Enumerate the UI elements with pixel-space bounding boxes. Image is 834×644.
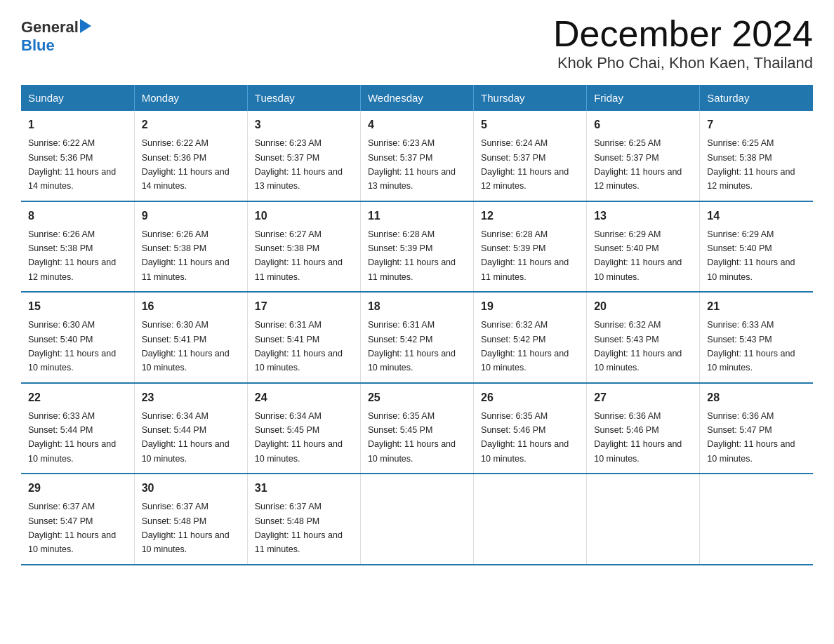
day-info: Sunrise: 6:22 AMSunset: 5:36 PMDaylight:… xyxy=(28,138,116,191)
calendar-day-cell: 21 Sunrise: 6:33 AMSunset: 5:43 PMDaylig… xyxy=(700,292,813,383)
weekday-header-friday: Friday xyxy=(587,85,700,111)
weekday-header-wednesday: Wednesday xyxy=(360,85,473,111)
calendar-subtitle: Khok Pho Chai, Khon Kaen, Thailand xyxy=(553,54,813,72)
day-info: Sunrise: 6:23 AMSunset: 5:37 PMDaylight:… xyxy=(368,138,456,191)
calendar-day-cell: 12 Sunrise: 6:28 AMSunset: 5:39 PMDaylig… xyxy=(474,201,587,293)
day-info: Sunrise: 6:34 AMSunset: 5:45 PMDaylight:… xyxy=(255,411,343,464)
day-number: 12 xyxy=(481,208,579,224)
day-info: Sunrise: 6:33 AMSunset: 5:43 PMDaylight:… xyxy=(707,320,795,373)
calendar-day-cell: 30 Sunrise: 6:37 AMSunset: 5:48 PMDaylig… xyxy=(134,474,247,565)
weekday-header-saturday: Saturday xyxy=(700,85,813,111)
day-number: 27 xyxy=(594,389,692,406)
day-info: Sunrise: 6:36 AMSunset: 5:46 PMDaylight:… xyxy=(594,411,682,464)
day-number: 17 xyxy=(255,298,353,315)
weekday-header-thursday: Thursday xyxy=(474,85,587,111)
day-number: 6 xyxy=(594,116,692,133)
day-number: 22 xyxy=(28,389,127,406)
day-number: 31 xyxy=(255,480,353,497)
calendar-day-cell: 6 Sunrise: 6:25 AMSunset: 5:37 PMDayligh… xyxy=(587,111,700,201)
day-info: Sunrise: 6:22 AMSunset: 5:36 PMDaylight:… xyxy=(142,138,230,191)
calendar-day-cell: 25 Sunrise: 6:35 AMSunset: 5:45 PMDaylig… xyxy=(360,383,473,474)
calendar-day-cell: 4 Sunrise: 6:23 AMSunset: 5:37 PMDayligh… xyxy=(360,111,473,201)
calendar-day-cell: 22 Sunrise: 6:33 AMSunset: 5:44 PMDaylig… xyxy=(21,383,134,474)
day-info: Sunrise: 6:25 AMSunset: 5:37 PMDaylight:… xyxy=(594,138,682,191)
day-info: Sunrise: 6:37 AMSunset: 5:48 PMDaylight:… xyxy=(142,502,230,554)
day-number: 19 xyxy=(481,298,579,315)
day-number: 14 xyxy=(707,208,806,224)
day-info: Sunrise: 6:27 AMSunset: 5:38 PMDaylight:… xyxy=(255,229,343,282)
calendar-week-row: 1 Sunrise: 6:22 AMSunset: 5:36 PMDayligh… xyxy=(21,111,813,201)
day-number: 9 xyxy=(142,208,240,224)
day-number: 4 xyxy=(368,116,466,133)
day-number: 3 xyxy=(255,116,353,133)
calendar-week-row: 22 Sunrise: 6:33 AMSunset: 5:44 PMDaylig… xyxy=(21,383,813,474)
calendar-day-cell: 20 Sunrise: 6:32 AMSunset: 5:43 PMDaylig… xyxy=(587,292,700,383)
logo: General Blue xyxy=(21,14,91,55)
day-info: Sunrise: 6:32 AMSunset: 5:42 PMDaylight:… xyxy=(481,320,569,373)
calendar-table: SundayMondayTuesdayWednesdayThursdayFrid… xyxy=(21,85,813,565)
page-header: General Blue December 2024 Khok Pho Chai… xyxy=(21,14,813,72)
day-number: 11 xyxy=(368,208,466,224)
calendar-day-cell: 13 Sunrise: 6:29 AMSunset: 5:40 PMDaylig… xyxy=(587,201,700,293)
calendar-day-cell: 3 Sunrise: 6:23 AMSunset: 5:37 PMDayligh… xyxy=(247,111,360,201)
calendar-day-cell: 11 Sunrise: 6:28 AMSunset: 5:39 PMDaylig… xyxy=(360,201,473,293)
day-info: Sunrise: 6:28 AMSunset: 5:39 PMDaylight:… xyxy=(481,229,569,282)
day-number: 30 xyxy=(142,480,240,497)
day-number: 28 xyxy=(707,389,806,406)
day-number: 26 xyxy=(481,389,579,406)
calendar-day-cell: 18 Sunrise: 6:31 AMSunset: 5:42 PMDaylig… xyxy=(360,292,473,383)
logo-arrow-icon xyxy=(80,19,91,33)
day-info: Sunrise: 6:35 AMSunset: 5:45 PMDaylight:… xyxy=(368,411,456,464)
calendar-day-cell: 26 Sunrise: 6:35 AMSunset: 5:46 PMDaylig… xyxy=(474,383,587,474)
weekday-header-tuesday: Tuesday xyxy=(247,85,360,111)
day-number: 29 xyxy=(28,480,127,497)
logo-blue-text: Blue xyxy=(21,36,55,55)
day-number: 24 xyxy=(255,389,353,406)
day-number: 25 xyxy=(368,389,466,406)
day-number: 8 xyxy=(28,208,127,224)
calendar-day-cell: 31 Sunrise: 6:37 AMSunset: 5:48 PMDaylig… xyxy=(247,474,360,565)
calendar-header: SundayMondayTuesdayWednesdayThursdayFrid… xyxy=(21,85,813,111)
calendar-day-cell: 7 Sunrise: 6:25 AMSunset: 5:38 PMDayligh… xyxy=(700,111,813,201)
day-number: 13 xyxy=(594,208,692,224)
day-info: Sunrise: 6:37 AMSunset: 5:47 PMDaylight:… xyxy=(28,502,116,554)
day-info: Sunrise: 6:32 AMSunset: 5:43 PMDaylight:… xyxy=(594,320,682,373)
calendar-day-cell: 17 Sunrise: 6:31 AMSunset: 5:41 PMDaylig… xyxy=(247,292,360,383)
day-info: Sunrise: 6:34 AMSunset: 5:44 PMDaylight:… xyxy=(142,411,230,464)
calendar-week-row: 8 Sunrise: 6:26 AMSunset: 5:38 PMDayligh… xyxy=(21,201,813,293)
calendar-day-cell: 15 Sunrise: 6:30 AMSunset: 5:40 PMDaylig… xyxy=(21,292,134,383)
calendar-week-row: 15 Sunrise: 6:30 AMSunset: 5:40 PMDaylig… xyxy=(21,292,813,383)
calendar-day-cell: 23 Sunrise: 6:34 AMSunset: 5:44 PMDaylig… xyxy=(134,383,247,474)
calendar-day-cell: 19 Sunrise: 6:32 AMSunset: 5:42 PMDaylig… xyxy=(474,292,587,383)
day-info: Sunrise: 6:31 AMSunset: 5:42 PMDaylight:… xyxy=(368,320,456,373)
day-info: Sunrise: 6:26 AMSunset: 5:38 PMDaylight:… xyxy=(28,229,116,282)
day-info: Sunrise: 6:33 AMSunset: 5:44 PMDaylight:… xyxy=(28,411,116,464)
calendar-day-cell: 24 Sunrise: 6:34 AMSunset: 5:45 PMDaylig… xyxy=(247,383,360,474)
calendar-day-cell: 14 Sunrise: 6:29 AMSunset: 5:40 PMDaylig… xyxy=(700,201,813,293)
day-info: Sunrise: 6:30 AMSunset: 5:41 PMDaylight:… xyxy=(142,320,230,373)
day-info: Sunrise: 6:23 AMSunset: 5:37 PMDaylight:… xyxy=(255,138,343,191)
calendar-day-cell: 29 Sunrise: 6:37 AMSunset: 5:47 PMDaylig… xyxy=(21,474,134,565)
calendar-day-cell: 16 Sunrise: 6:30 AMSunset: 5:41 PMDaylig… xyxy=(134,292,247,383)
day-number: 10 xyxy=(255,208,353,224)
calendar-body: 1 Sunrise: 6:22 AMSunset: 5:36 PMDayligh… xyxy=(21,111,813,565)
calendar-day-cell: 27 Sunrise: 6:36 AMSunset: 5:46 PMDaylig… xyxy=(587,383,700,474)
day-number: 15 xyxy=(28,298,127,315)
day-number: 1 xyxy=(28,116,127,133)
day-info: Sunrise: 6:26 AMSunset: 5:38 PMDaylight:… xyxy=(142,229,230,282)
title-block: December 2024 Khok Pho Chai, Khon Kaen, … xyxy=(553,14,813,72)
calendar-day-cell xyxy=(360,474,473,565)
day-number: 21 xyxy=(707,298,806,315)
day-info: Sunrise: 6:28 AMSunset: 5:39 PMDaylight:… xyxy=(368,229,456,282)
weekday-header-sunday: Sunday xyxy=(21,85,134,111)
day-info: Sunrise: 6:37 AMSunset: 5:48 PMDaylight:… xyxy=(255,502,343,554)
calendar-day-cell: 10 Sunrise: 6:27 AMSunset: 5:38 PMDaylig… xyxy=(247,201,360,293)
day-number: 5 xyxy=(481,116,579,133)
day-info: Sunrise: 6:31 AMSunset: 5:41 PMDaylight:… xyxy=(255,320,343,373)
weekday-row: SundayMondayTuesdayWednesdayThursdayFrid… xyxy=(21,85,813,111)
day-info: Sunrise: 6:29 AMSunset: 5:40 PMDaylight:… xyxy=(594,229,682,282)
logo-general-text: General xyxy=(21,18,79,36)
calendar-day-cell xyxy=(474,474,587,565)
calendar-day-cell: 5 Sunrise: 6:24 AMSunset: 5:37 PMDayligh… xyxy=(474,111,587,201)
day-number: 7 xyxy=(707,116,806,133)
